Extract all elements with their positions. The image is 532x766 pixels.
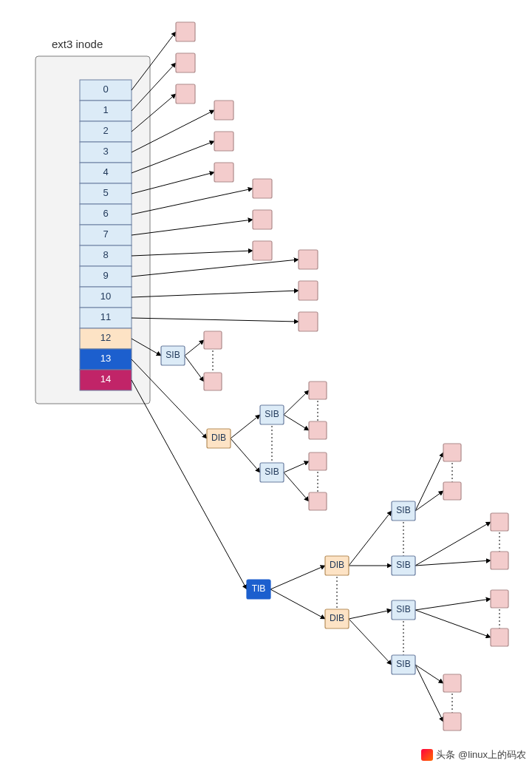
direct-block-4 xyxy=(214,132,233,151)
inode-entry-label-7: 7 xyxy=(103,228,108,240)
svg-line-27 xyxy=(270,566,325,589)
dib13-sib-a-label: SIB xyxy=(265,409,279,419)
diagram-title: ext3 inode xyxy=(52,38,103,50)
tib14-a-sib1-label: SIB xyxy=(396,505,410,515)
watermark-text: 头条 @linux上的码农 xyxy=(436,748,526,762)
tib14-dib-a-label: DIB xyxy=(330,560,344,570)
tib14-b2-b2 xyxy=(443,713,461,731)
svg-line-24 xyxy=(284,472,309,501)
tib14-b2-b1 xyxy=(443,674,461,692)
sib-12-label: SIB xyxy=(166,350,180,360)
inode-entry-label-11: 11 xyxy=(100,311,111,322)
inode-entry-label-5: 5 xyxy=(103,187,108,198)
direct-block-5 xyxy=(214,163,233,182)
sib12-block-a xyxy=(204,331,222,349)
svg-line-42 xyxy=(415,599,491,610)
inode-entry-label-2: 2 xyxy=(103,125,108,136)
svg-line-11 xyxy=(132,318,299,322)
tib14-b-sib2-label: SIB xyxy=(396,659,410,669)
direct-block-2 xyxy=(176,84,195,104)
tib14-a2-b1 xyxy=(491,513,508,531)
dib13-sib-b-label: SIB xyxy=(265,467,279,477)
svg-line-39 xyxy=(349,610,392,619)
dib13-b-blk2 xyxy=(309,492,327,510)
inode-entry-label-9: 9 xyxy=(103,270,108,281)
svg-line-13 xyxy=(185,340,204,356)
watermark-icon xyxy=(421,749,433,761)
tib14-a-sib2-label: SIB xyxy=(396,560,410,570)
direct-block-6 xyxy=(253,179,272,198)
direct-block-9 xyxy=(299,250,318,269)
inode-entry-label-10: 10 xyxy=(100,291,111,302)
tib14-a2-b2 xyxy=(491,552,508,569)
sib12-block-b xyxy=(204,373,222,390)
direct-block-11 xyxy=(299,312,318,331)
inode-entry-label-4: 4 xyxy=(103,166,108,177)
inode-entry-label-8: 8 xyxy=(103,249,108,260)
watermark: 头条 @linux上的码农 xyxy=(421,748,526,762)
svg-line-10 xyxy=(132,291,299,297)
arrow-layer xyxy=(132,32,499,722)
inode-table: 01234567891011121314 xyxy=(80,80,132,390)
tib14-b-sib1-label: SIB xyxy=(396,604,410,614)
dib-13-label: DIB xyxy=(211,433,226,443)
svg-line-36 xyxy=(415,522,491,566)
direct-block-1 xyxy=(176,53,195,72)
direct-block-7 xyxy=(253,210,272,229)
svg-line-18 xyxy=(231,438,260,472)
dib13-a-blk2 xyxy=(309,421,327,439)
svg-line-26 xyxy=(132,380,247,589)
svg-line-23 xyxy=(284,461,309,472)
inode-entry-label-14: 14 xyxy=(100,373,111,384)
svg-line-37 xyxy=(415,560,491,566)
svg-line-43 xyxy=(415,610,491,637)
dib13-a-blk1 xyxy=(309,382,327,399)
block-layer: SIBDIBSIBSIBTIBDIBDIBSIBSIBSIBSIB xyxy=(161,22,508,731)
inode-entry-label-13: 13 xyxy=(100,353,111,364)
svg-line-14 xyxy=(185,356,204,382)
svg-line-9 xyxy=(132,260,299,277)
direct-block-8 xyxy=(253,241,272,260)
tib-14-label: TIB xyxy=(252,583,266,594)
tib14-b1-b1 xyxy=(491,590,508,608)
inode-entry-label-12: 12 xyxy=(100,332,111,343)
direct-block-3 xyxy=(214,101,233,120)
svg-line-17 xyxy=(231,415,260,438)
tib14-dib-b-label: DIB xyxy=(330,613,344,623)
direct-block-0 xyxy=(176,22,195,41)
inode-entry-label-1: 1 xyxy=(103,104,108,115)
direct-block-10 xyxy=(299,281,318,300)
svg-line-20 xyxy=(284,390,309,415)
svg-line-21 xyxy=(284,415,309,430)
svg-line-33 xyxy=(415,453,443,511)
tib14-b1-b2 xyxy=(491,628,508,646)
svg-line-40 xyxy=(349,619,392,665)
tib14-a1-b2 xyxy=(443,482,461,500)
svg-line-30 xyxy=(349,511,392,566)
svg-line-28 xyxy=(270,589,325,619)
inode-entry-label-0: 0 xyxy=(103,84,108,95)
svg-line-46 xyxy=(415,665,443,722)
svg-line-34 xyxy=(415,491,443,511)
dib13-b-blk1 xyxy=(309,453,327,470)
tib14-a1-b1 xyxy=(443,444,461,461)
inode-entry-label-3: 3 xyxy=(103,146,108,157)
inode-entry-label-6: 6 xyxy=(103,208,108,219)
